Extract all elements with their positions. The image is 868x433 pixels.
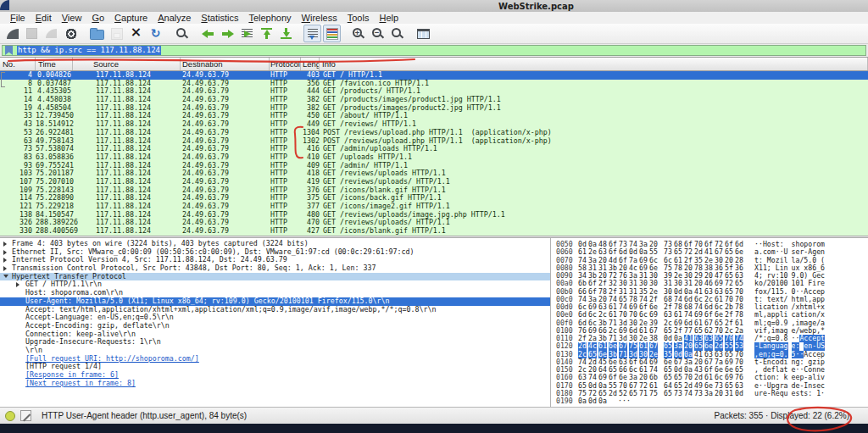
menu-tools[interactable]: Tools <box>342 13 375 24</box>
go-forward-button[interactable] <box>219 25 236 42</box>
main-toolbar <box>0 24 868 44</box>
zoom-reset-icon <box>391 27 403 40</box>
open-file-button[interactable] <box>88 25 106 42</box>
expand-icon[interactable] <box>3 250 7 255</box>
expand-icon[interactable] <box>3 241 7 247</box>
menu-analyze[interactable]: Analyze <box>153 13 196 24</box>
hex-ascii: fox/115.0··Accep <box>754 287 825 296</box>
hex-byte[interactable]: 20 <box>715 390 723 397</box>
column-header-destination[interactable]: Destination <box>181 58 270 70</box>
hex-byte[interactable]: 71 <box>639 390 648 397</box>
hex-ascii: e··Upgrade-Insec <box>754 381 825 390</box>
go-forward-icon <box>221 29 234 39</box>
detail-text: Accept-Encoding: gzip, deflate\r\n <box>25 321 170 330</box>
bookmark-icon[interactable] <box>5 46 13 55</box>
column-header-length[interactable]: Length <box>301 58 320 70</box>
hex-byte[interactable]: 31 <box>725 390 733 397</box>
detail-text: GET / HTTP/1.1\r\n <box>25 280 102 288</box>
reload-file-button[interactable] <box>147 25 164 42</box>
detail-text: \r\n <box>25 346 42 354</box>
menu-view[interactable]: View <box>57 13 87 24</box>
start-capture-icon <box>7 29 19 39</box>
menu-file[interactable]: File <box>5 13 31 24</box>
menu-telephony[interactable]: Telephony <box>243 13 296 24</box>
column-header-time[interactable]: Time <box>36 58 73 70</box>
menu-statistics[interactable]: Statistics <box>196 13 243 24</box>
menu-help[interactable]: Help <box>374 13 403 24</box>
detail-text: Transmission Control Protocol, Src Port:… <box>12 264 376 272</box>
filter-expression[interactable]: http && ip.src == 117.11.88.124 <box>17 46 161 55</box>
status-separator: · <box>763 411 771 420</box>
hex-byte[interactable]: 3a <box>704 390 713 397</box>
hex-byte[interactable]: 65 <box>664 390 672 397</box>
auto-scroll-button[interactable] <box>303 25 321 42</box>
col-destination: 24.49.63.79 <box>181 227 270 236</box>
display-filter-input[interactable]: http && ip.src == 117.11.88.124 <box>2 45 866 56</box>
capture-options-button[interactable] <box>62 25 80 42</box>
hex-offset: 0190 <box>551 397 578 405</box>
expand-icon[interactable] <box>3 258 7 263</box>
detail-line-17[interactable]: [Next request in frame: 8] <box>0 380 550 388</box>
status-displayed-value: 22 (6.2%) <box>813 411 849 420</box>
column-header-info[interactable]: Info <box>320 58 868 70</box>
restart-capture-button[interactable] <box>42 25 60 42</box>
hex-byte[interactable]: 0d <box>588 397 597 405</box>
go-to-packet-button[interactable] <box>238 25 256 42</box>
capture-options-icon <box>65 28 77 40</box>
detail-text: [Full request URI: http://shoporoma.com/… <box>25 354 199 363</box>
go-last-packet-icon <box>281 28 292 39</box>
status-displayed-label: Displayed: <box>771 411 812 420</box>
col-protocol: HTTP <box>270 227 301 236</box>
save-file-button[interactable] <box>108 25 125 42</box>
resize-columns-icon <box>417 29 430 39</box>
detail-text: Connection: keep-alive\r\n <box>25 330 136 338</box>
column-header-no[interactable]: No. <box>0 58 36 70</box>
hex-byte[interactable]: 2d <box>609 390 617 397</box>
hex-byte[interactable]: 75 <box>649 390 658 397</box>
resize-columns-button[interactable] <box>415 25 432 42</box>
menu-go[interactable]: Go <box>86 13 109 24</box>
detail-line-12[interactable]: Upgrade-Insecure-Requests: 1\r\n <box>0 338 550 347</box>
column-header-source[interactable]: Source <box>73 58 181 70</box>
capture-comment-icon[interactable] <box>20 410 31 421</box>
stop-capture-button[interactable] <box>23 25 41 42</box>
hex-ascii: a.com··User-Agen <box>754 247 825 256</box>
hex-ascii-char[interactable]: · <box>821 390 825 397</box>
bottom-strip <box>0 424 868 433</box>
colorize-packets-button[interactable] <box>323 25 341 42</box>
related-packet-marks <box>1 72 6 87</box>
hex-byte[interactable]: 74 <box>684 390 693 397</box>
column-header-protocol[interactable]: Protocol <box>270 58 301 70</box>
hex-byte[interactable]: 73 <box>694 390 703 397</box>
go-back-button[interactable] <box>199 25 217 42</box>
hex-row-0190[interactable]: 01900a0d0a··· <box>551 397 868 405</box>
zoom-reset-button[interactable] <box>388 25 406 42</box>
hex-ascii-char[interactable]: : <box>808 390 812 397</box>
menu-wireless[interactable]: Wireless <box>297 13 342 24</box>
zoom-out-button[interactable] <box>369 25 387 42</box>
hex-ascii-char[interactable]: u <box>784 390 788 397</box>
detail-text: Accept-Language: en-US,en;q=0.5\r\n <box>25 313 174 321</box>
close-file-button[interactable] <box>127 25 145 42</box>
hex-byte[interactable]: 0a <box>578 397 587 405</box>
hex-ascii: -Language: en-US <box>754 341 825 350</box>
wireshark-fin-icon <box>0 0 9 10</box>
expand-icon[interactable] <box>16 282 19 287</box>
collapse-icon[interactable] <box>3 275 8 278</box>
find-packet-button[interactable] <box>173 25 191 42</box>
start-capture-button[interactable] <box>3 25 21 42</box>
go-first-packet-button[interactable] <box>258 25 275 42</box>
packet-row-330[interactable]: 330288.400569117.11.88.12424.49.63.79HTT… <box>0 227 868 236</box>
hex-byte[interactable]: 0d <box>735 390 743 397</box>
hex-byte[interactable]: 0a <box>598 397 607 405</box>
hex-ascii-char[interactable]: · <box>626 397 631 405</box>
zoom-in-button[interactable] <box>349 25 367 42</box>
go-last-packet-button[interactable] <box>277 25 295 42</box>
menu-capture[interactable]: Capture <box>109 13 153 24</box>
expand-icon[interactable] <box>3 266 7 271</box>
expert-info-icon[interactable] <box>5 411 15 421</box>
hex-byte[interactable]: 73 <box>674 390 682 397</box>
menu-edit[interactable]: Edit <box>31 13 57 24</box>
status-packet-counts: Packets: 355 · Displayed: 22 (6.2%) <box>714 408 868 424</box>
title-bar[interactable]: WebStrike.pcap <box>0 0 868 13</box>
